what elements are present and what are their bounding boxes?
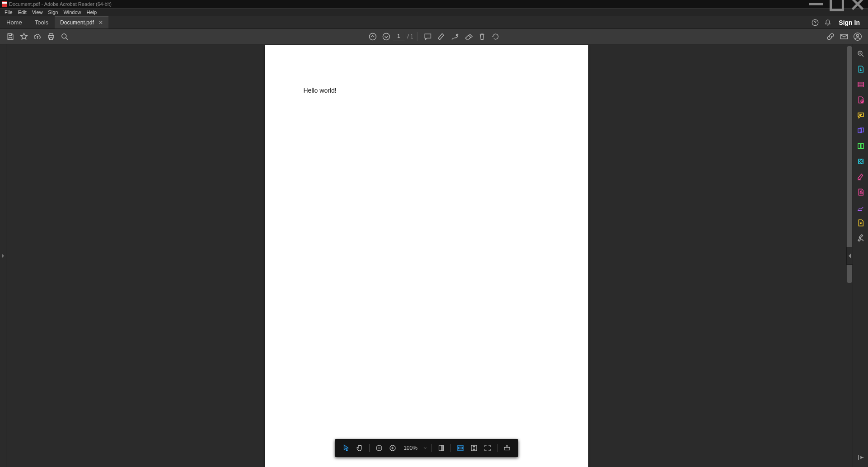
menu-bar: File Edit View Sign Window Help bbox=[0, 8, 868, 16]
fit-page-icon[interactable] bbox=[434, 442, 448, 454]
chevron-left-icon bbox=[849, 254, 851, 258]
email-icon[interactable] bbox=[837, 30, 851, 43]
save-icon[interactable] bbox=[4, 30, 17, 43]
collapse-strip-icon[interactable] bbox=[854, 451, 867, 464]
window-title: Document.pdf - Adobe Acrobat Reader (64-… bbox=[9, 1, 112, 7]
svg-rect-11 bbox=[439, 445, 441, 451]
tab-document[interactable]: Document.pdf ✕ bbox=[55, 16, 108, 28]
highlight-icon[interactable] bbox=[435, 30, 448, 43]
zoom-percent[interactable]: 100% bbox=[399, 445, 422, 451]
separator bbox=[497, 444, 497, 452]
pdf-content: Hello world! bbox=[265, 45, 588, 136]
svg-rect-6 bbox=[841, 34, 848, 39]
cloud-upload-icon[interactable] bbox=[31, 30, 44, 43]
zoom-in-icon[interactable] bbox=[386, 442, 399, 454]
svg-rect-24 bbox=[860, 192, 862, 194]
svg-point-8 bbox=[857, 34, 859, 37]
svg-point-4 bbox=[369, 33, 376, 40]
delete-icon[interactable] bbox=[475, 30, 489, 43]
comment-tool-icon[interactable] bbox=[854, 108, 867, 122]
svg-point-5 bbox=[383, 33, 389, 40]
document-area[interactable]: Hello world! 100% bbox=[6, 44, 846, 467]
zoom-out-icon[interactable] bbox=[372, 442, 386, 454]
account-icon[interactable] bbox=[851, 30, 864, 43]
left-panel-toggle[interactable] bbox=[0, 44, 6, 467]
right-panel-toggle[interactable] bbox=[846, 247, 853, 265]
page-controls-toolbar: 100% bbox=[335, 439, 518, 457]
right-tool-strip bbox=[853, 44, 868, 467]
minimize-button[interactable] bbox=[806, 0, 826, 8]
erase-icon[interactable] bbox=[462, 30, 475, 43]
more-tools-icon[interactable] bbox=[854, 231, 867, 245]
protect-pdf-icon[interactable] bbox=[854, 185, 867, 199]
print-icon[interactable] bbox=[44, 30, 58, 43]
svg-rect-0 bbox=[831, 0, 843, 10]
svg-point-2 bbox=[815, 24, 816, 24]
fullscreen-icon[interactable] bbox=[481, 442, 494, 454]
chevron-right-icon bbox=[2, 254, 4, 258]
sharelink-icon[interactable] bbox=[824, 30, 837, 43]
menu-edit[interactable]: Edit bbox=[15, 9, 29, 15]
toolbar-center-group: / 1 bbox=[366, 30, 502, 43]
separator bbox=[431, 444, 432, 452]
close-button[interactable] bbox=[847, 0, 868, 8]
menu-window[interactable]: Window bbox=[61, 9, 84, 15]
tab-document-label: Document.pdf bbox=[60, 19, 94, 26]
tab-tools[interactable]: Tools bbox=[28, 16, 55, 28]
menu-sign[interactable]: Sign bbox=[45, 9, 61, 15]
comment-icon[interactable] bbox=[421, 30, 435, 43]
zoom-dropdown-icon[interactable] bbox=[422, 446, 428, 450]
fit-width-icon[interactable] bbox=[454, 442, 467, 454]
organize-pages-icon[interactable] bbox=[854, 139, 867, 153]
svg-rect-23 bbox=[858, 159, 863, 164]
read-mode-icon[interactable] bbox=[500, 442, 514, 454]
svg-point-3 bbox=[62, 33, 66, 38]
star-icon[interactable] bbox=[17, 30, 31, 43]
workspace: Hello world! 100% bbox=[0, 44, 868, 467]
svg-rect-12 bbox=[442, 445, 443, 451]
menu-help[interactable]: Help bbox=[84, 9, 100, 15]
menu-view[interactable]: View bbox=[29, 9, 46, 15]
create-pdf-icon[interactable] bbox=[854, 93, 867, 107]
help-icon[interactable] bbox=[809, 16, 821, 29]
search-tool-icon[interactable] bbox=[854, 47, 867, 61]
svg-rect-15 bbox=[504, 448, 510, 450]
maximize-button[interactable] bbox=[826, 0, 847, 8]
fit-height-icon[interactable] bbox=[467, 442, 481, 454]
window-controls bbox=[806, 0, 868, 8]
combine-files-icon[interactable] bbox=[854, 124, 867, 137]
page-number-input[interactable] bbox=[393, 32, 404, 41]
bell-icon[interactable] bbox=[821, 16, 834, 29]
secondary-toolbar: / 1 bbox=[0, 29, 868, 44]
tab-bar: Home Tools Document.pdf ✕ Sign In bbox=[0, 16, 868, 29]
edit-pdf-icon[interactable] bbox=[854, 78, 867, 91]
fill-sign-icon[interactable] bbox=[854, 201, 867, 214]
export-pdf-icon[interactable] bbox=[854, 62, 867, 76]
svg-rect-21 bbox=[858, 144, 860, 149]
rotate-icon[interactable] bbox=[489, 30, 502, 43]
compress-pdf-icon[interactable] bbox=[854, 155, 867, 168]
title-bar: Document.pdf - Adobe Acrobat Reader (64-… bbox=[0, 0, 868, 8]
sign-in-button[interactable]: Sign In bbox=[834, 19, 864, 26]
find-icon[interactable] bbox=[58, 30, 71, 43]
page-total: / 1 bbox=[407, 33, 413, 40]
pdf-page: Hello world! bbox=[265, 45, 588, 467]
svg-rect-17 bbox=[858, 82, 863, 87]
app-icon bbox=[2, 1, 7, 7]
redact-icon[interactable] bbox=[854, 170, 867, 184]
page-down-icon[interactable] bbox=[379, 30, 393, 43]
separator bbox=[369, 444, 370, 452]
separator bbox=[417, 32, 418, 41]
svg-rect-22 bbox=[861, 144, 863, 149]
selection-tool-icon[interactable] bbox=[339, 442, 353, 454]
close-tab-icon[interactable]: ✕ bbox=[99, 19, 103, 26]
tab-home[interactable]: Home bbox=[0, 16, 28, 28]
hand-tool-icon[interactable] bbox=[353, 442, 366, 454]
draw-icon[interactable] bbox=[448, 30, 462, 43]
separator bbox=[450, 444, 451, 452]
convert-pdf-icon[interactable] bbox=[854, 216, 867, 230]
menu-file[interactable]: File bbox=[2, 9, 15, 15]
page-up-icon[interactable] bbox=[366, 30, 379, 43]
